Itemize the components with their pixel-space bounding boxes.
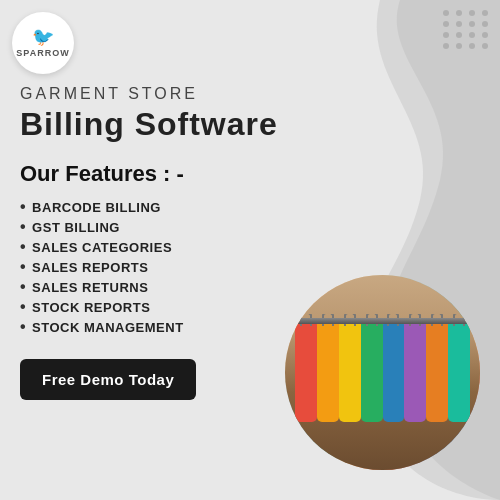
brand-icon: 🐦	[32, 28, 54, 46]
cloth-item	[361, 322, 383, 422]
feature-label: STOCK REPORTS	[32, 300, 150, 315]
feature-item: •GST BILLING	[20, 217, 280, 237]
feature-item: •SALES REPORTS	[20, 257, 280, 277]
feature-label: SALES RETURNS	[32, 280, 148, 295]
bullet-icon: •	[20, 219, 26, 235]
feature-item: •BARCODE BILLING	[20, 197, 280, 217]
bullet-icon: •	[20, 319, 26, 335]
bullet-icon: •	[20, 259, 26, 275]
feature-item: •STOCK MANAGEMENT	[20, 317, 280, 337]
logo-circle: 🐦 sparrow	[12, 12, 74, 74]
feature-item: •SALES CATEGORIES	[20, 237, 280, 257]
bullet-icon: •	[20, 199, 26, 215]
bullet-icon: •	[20, 279, 26, 295]
cloth-item	[383, 322, 405, 422]
feature-label: GST BILLING	[32, 220, 120, 235]
cloth-item	[448, 322, 470, 422]
main-content: GARMENT STORE Billing Software Our Featu…	[0, 85, 300, 400]
rack-bar	[295, 318, 471, 324]
feature-label: SALES CATEGORIES	[32, 240, 172, 255]
dots-decoration	[443, 10, 490, 49]
bullet-icon: •	[20, 239, 26, 255]
cloth-item	[295, 322, 317, 422]
features-list: •BARCODE BILLING•GST BILLING•SALES CATEG…	[20, 197, 280, 337]
page-container: 🐦 sparrow GARMENT STORE Billing Software…	[0, 0, 500, 500]
logo-area: 🐦 sparrow	[12, 12, 74, 74]
feature-label: SALES REPORTS	[32, 260, 148, 275]
subtitle: GARMENT STORE	[20, 85, 280, 103]
clothes-items	[295, 314, 471, 460]
product-image	[285, 275, 480, 470]
brand-name: sparrow	[16, 48, 69, 58]
clothes-visual	[285, 275, 480, 470]
feature-item: •STOCK REPORTS	[20, 297, 280, 317]
free-demo-button[interactable]: Free Demo Today	[20, 359, 196, 400]
feature-item: •SALES RETURNS	[20, 277, 280, 297]
cloth-item	[426, 322, 448, 422]
cloth-item	[339, 322, 361, 422]
bullet-icon: •	[20, 299, 26, 315]
cloth-item	[317, 322, 339, 422]
feature-label: BARCODE BILLING	[32, 200, 161, 215]
cloth-item	[404, 322, 426, 422]
feature-label: STOCK MANAGEMENT	[32, 320, 183, 335]
features-heading: Our Features : -	[20, 161, 280, 187]
main-title: Billing Software	[20, 105, 280, 143]
